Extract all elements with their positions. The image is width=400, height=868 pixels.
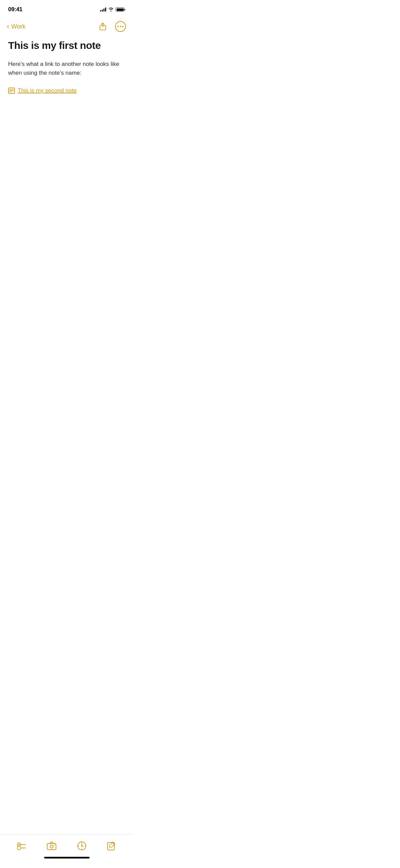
nav-bar: ‹ Work [0,18,133,37]
note-body[interactable]: Here’s what a link to another note looks… [8,60,125,78]
battery-icon [116,7,125,12]
note-title[interactable]: This is my first note [8,39,125,52]
share-button[interactable] [97,20,109,33]
share-icon [99,22,107,31]
status-time: 09:41 [8,6,22,13]
note-link-icon [8,87,15,94]
more-button[interactable] [114,20,127,33]
note-link[interactable]: This is my second note [8,87,125,94]
wifi-icon [108,7,114,12]
note-content: This is my first note Here’s what a link… [0,37,133,101]
signal-icon [100,7,106,12]
more-icon [115,21,126,32]
status-icons [100,7,125,12]
status-bar: 09:41 [0,0,133,18]
back-label: Work [11,23,25,30]
note-link-text[interactable]: This is my second note [18,87,77,94]
back-button[interactable]: ‹ Work [7,23,25,30]
back-chevron-icon: ‹ [7,23,9,30]
nav-actions [97,20,127,33]
